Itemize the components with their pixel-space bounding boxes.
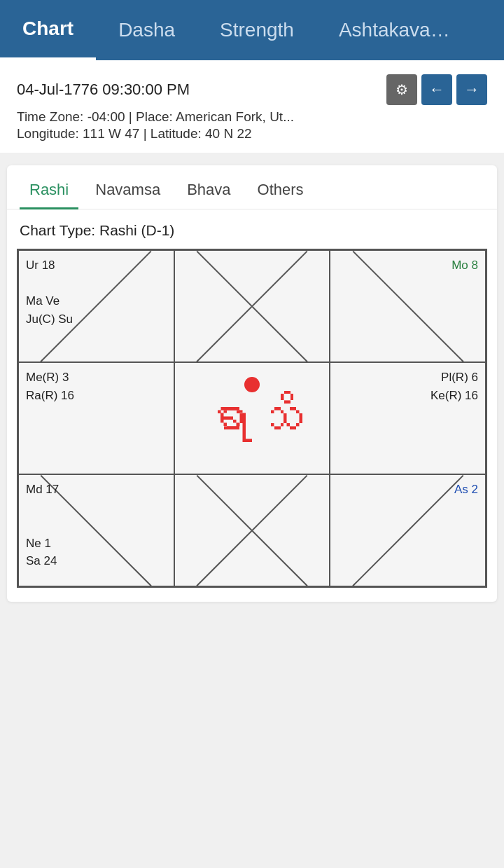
info-section: 04-Jul-1776 09:30:00 PM ⚙ ← → Time Zone:…: [0, 60, 504, 153]
nav-ashtakavarga[interactable]: Ashtakava…: [316, 0, 472, 60]
tab-navamsa[interactable]: Navamsa: [85, 175, 170, 209]
timezone-place: Time Zone: -04:00 | Place: American Fork…: [17, 109, 487, 125]
rashi-symbol: ရာသိ: [202, 393, 302, 443]
controls: ⚙ ← →: [386, 74, 487, 105]
birth-date: 04-Jul-1776 09:30:00 PM: [17, 81, 190, 99]
nav-strength[interactable]: Strength: [197, 0, 316, 60]
house-top-left-content: Ur 18 Ma Ve Ju(C) Su: [19, 251, 174, 333]
house-mid-right[interactable]: Pl(R) 6 Ke(R) 16: [330, 362, 486, 474]
vedic-chart: Ur 18 Ma Ve Ju(C) Su Mo 8 Me(R) 3 Ra(R) …: [17, 249, 487, 588]
house-bot-right-content: As 2: [330, 475, 485, 504]
house-top-left[interactable]: Ur 18 Ma Ve Ju(C) Su: [18, 250, 174, 362]
top-navigation: Chart Dasha Strength Ashtakava…: [0, 0, 504, 60]
nav-dasha[interactable]: Dasha: [96, 0, 197, 60]
settings-button[interactable]: ⚙: [386, 74, 417, 105]
tab-bhava[interactable]: Bhava: [177, 175, 240, 209]
center-dot-symbol: [244, 377, 260, 392]
house-top-center: [174, 250, 330, 362]
next-button[interactable]: →: [456, 74, 487, 105]
house-bot-center: [174, 474, 330, 586]
longitude-latitude: Longitude: 111 W 47 | Latitude: 40 N 22: [17, 126, 487, 142]
house-bot-left-content: Md 17 Ne 1 Sa 24: [19, 475, 174, 576]
house-mid-left-content: Me(R) 3 Ra(R) 16: [19, 363, 174, 410]
tab-others[interactable]: Others: [248, 175, 314, 209]
house-mid-left[interactable]: Me(R) 3 Ra(R) 16: [18, 362, 174, 474]
house-mid-right-content: Pl(R) 6 Ke(R) 16: [330, 363, 485, 410]
house-top-right[interactable]: Mo 8: [330, 250, 486, 362]
house-bot-right[interactable]: As 2: [330, 474, 486, 586]
gear-icon: ⚙: [396, 81, 408, 98]
chart-card: Rashi Navamsa Bhava Others Chart Type: R…: [7, 165, 497, 602]
house-center: ရာသိ: [174, 362, 330, 474]
arrow-left-icon: ←: [429, 81, 444, 99]
nav-chart[interactable]: Chart: [0, 0, 96, 60]
chart-type-label: Chart Type: Rashi (D-1): [7, 209, 497, 246]
arrow-right-icon: →: [464, 81, 479, 99]
house-bot-left[interactable]: Md 17 Ne 1 Sa 24: [18, 474, 174, 586]
house-top-right-content: Mo 8: [330, 251, 485, 280]
prev-button[interactable]: ←: [421, 74, 452, 105]
tab-rashi[interactable]: Rashi: [20, 175, 78, 209]
sub-tabs: Rashi Navamsa Bhava Others: [7, 165, 497, 209]
